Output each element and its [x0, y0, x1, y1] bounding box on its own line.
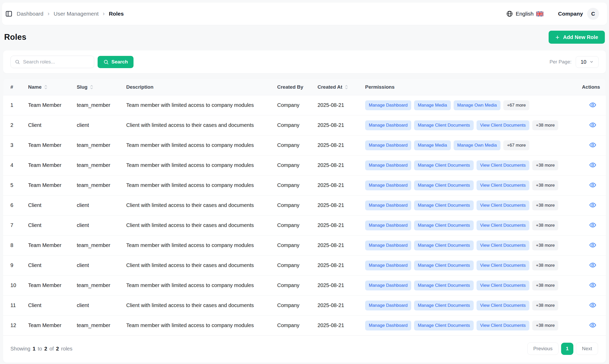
current-page-button[interactable]: 1 [561, 343, 573, 355]
view-role-button[interactable] [588, 261, 597, 269]
role-slug-cell: team_member [69, 95, 119, 115]
avatar[interactable]: C [587, 8, 599, 20]
eye-icon [589, 241, 597, 249]
next-page-button[interactable]: Next [576, 342, 598, 355]
table-row: 11 Client client Client with limited acc… [3, 295, 606, 315]
column-header-created-by: Created By [270, 79, 310, 95]
created-at-cell: 2025-08-21 [310, 315, 358, 335]
actions-cell [575, 215, 606, 235]
role-description-cell: Client with limited access to their case… [119, 255, 270, 275]
more-permissions-badge: +38 more [532, 240, 558, 250]
permissions-cell: Manage DashboardManage Client DocumentsV… [358, 215, 575, 235]
view-role-button[interactable] [588, 161, 597, 169]
roles-table-card: #NameSlugDescriptionCreated ByCreated At… [3, 79, 606, 363]
view-role-button[interactable] [588, 181, 597, 189]
eye-icon [589, 261, 597, 269]
created-by-cell: Company [270, 95, 310, 115]
breadcrumb: Dashboard › User Management › Roles [5, 10, 124, 18]
view-role-button[interactable] [588, 121, 597, 129]
globe-icon [506, 10, 513, 17]
sidebar-toggle-icon[interactable] [5, 10, 13, 18]
topbar-right: English Company C [506, 8, 599, 20]
language-selector[interactable]: English [506, 10, 543, 17]
view-role-button[interactable] [588, 241, 597, 249]
actions-cell [575, 175, 606, 195]
permissions-cell: Manage DashboardManage Client DocumentsV… [358, 155, 575, 175]
permission-badges: Manage DashboardManage Client DocumentsV… [365, 180, 575, 190]
role-slug-cell: client [69, 295, 119, 315]
column-header-created-at[interactable]: Created At [310, 79, 358, 95]
sort-icon [44, 84, 48, 90]
role-name-cell: Team Member [21, 175, 69, 195]
view-role-button[interactable] [588, 141, 597, 149]
view-role-button[interactable] [588, 221, 597, 229]
add-new-role-button[interactable]: + Add New Role [549, 31, 605, 44]
role-name-cell: Client [21, 215, 69, 235]
permission-badge: View Client Documents [477, 180, 529, 190]
permission-badges: Manage DashboardManage Client DocumentsV… [365, 240, 575, 250]
actions-cell [575, 95, 606, 115]
search-button[interactable]: Search [98, 56, 134, 68]
permission-badge: Manage Client Documents [414, 261, 473, 270]
previous-page-button[interactable]: Previous [527, 342, 559, 355]
search-box [10, 56, 94, 68]
per-page-value: 10 [581, 59, 586, 65]
sort-icon [345, 84, 348, 90]
per-page-select[interactable]: 10 [576, 56, 599, 68]
created-at-cell: 2025-08-21 [310, 115, 358, 135]
eye-icon [589, 201, 597, 209]
more-permissions-badge: +38 more [532, 220, 558, 230]
created-by-cell: Company [270, 235, 310, 255]
column-header-slug[interactable]: Slug [69, 79, 119, 95]
role-name-cell: Team Member [21, 95, 69, 115]
created-at-cell: 2025-08-21 [310, 95, 358, 115]
created-by-cell: Company [270, 255, 310, 275]
table-row: 9 Client client Client with limited acce… [3, 255, 606, 275]
created-by-cell: Company [270, 115, 310, 135]
search-button-label: Search [111, 59, 128, 65]
summary-to: 2 [43, 346, 48, 352]
actions-cell [575, 135, 606, 155]
permission-badge: Manage Dashboard [365, 301, 411, 310]
view-role-button[interactable] [588, 321, 597, 329]
permission-badge: Manage Dashboard [365, 281, 411, 290]
view-role-button[interactable] [588, 201, 597, 209]
role-slug-cell: team_member [69, 155, 119, 175]
search-input[interactable] [23, 59, 90, 65]
pagination: Previous 1 Next [527, 342, 598, 355]
role-name-cell: Team Member [21, 315, 69, 335]
role-description-cell: Team member with limited access to compa… [119, 235, 270, 255]
role-name-cell: Client [21, 295, 69, 315]
role-name-cell: Team Member [21, 275, 69, 295]
role-description-cell: Team member with limited access to compa… [119, 95, 270, 115]
column-header-name[interactable]: Name [21, 79, 69, 95]
row-number-cell: 8 [3, 235, 21, 255]
row-number-cell: 2 [3, 115, 21, 135]
permissions-cell: Manage DashboardManage Client DocumentsV… [358, 295, 575, 315]
breadcrumb-dashboard[interactable]: Dashboard [17, 11, 43, 17]
table-footer: Showing 1 to 2 of 2 roles Previous 1 Nex… [3, 335, 606, 363]
role-name-cell: Client [21, 115, 69, 135]
created-by-cell: Company [270, 135, 310, 155]
eye-icon [589, 281, 597, 289]
view-role-button[interactable] [588, 281, 597, 289]
permission-badge: Manage Dashboard [365, 140, 411, 150]
role-description-cell: Team member with limited access to compa… [119, 275, 270, 295]
row-number-cell: 1 [3, 95, 21, 115]
permission-badge: Manage Dashboard [365, 261, 411, 270]
summary-total: 2 [55, 346, 60, 352]
breadcrumb-separator: › [102, 10, 105, 17]
created-by-cell: Company [270, 215, 310, 235]
view-role-button[interactable] [588, 301, 597, 309]
results-summary: Showing 1 to 2 of 2 roles [10, 346, 72, 352]
role-description-cell: Team member with limited access to compa… [119, 315, 270, 335]
permissions-cell: Manage DashboardManage MediaManage Own M… [358, 135, 575, 155]
permission-badge: View Client Documents [477, 160, 529, 170]
permission-badges: Manage DashboardManage Client DocumentsV… [365, 200, 575, 210]
role-slug-cell: team_member [69, 315, 119, 335]
breadcrumb-user-management[interactable]: User Management [54, 11, 99, 17]
role-name-cell: Team Member [21, 135, 69, 155]
view-role-button[interactable] [588, 101, 597, 109]
sort-icon [90, 84, 93, 90]
permission-badges: Manage DashboardManage Client DocumentsV… [365, 321, 575, 330]
